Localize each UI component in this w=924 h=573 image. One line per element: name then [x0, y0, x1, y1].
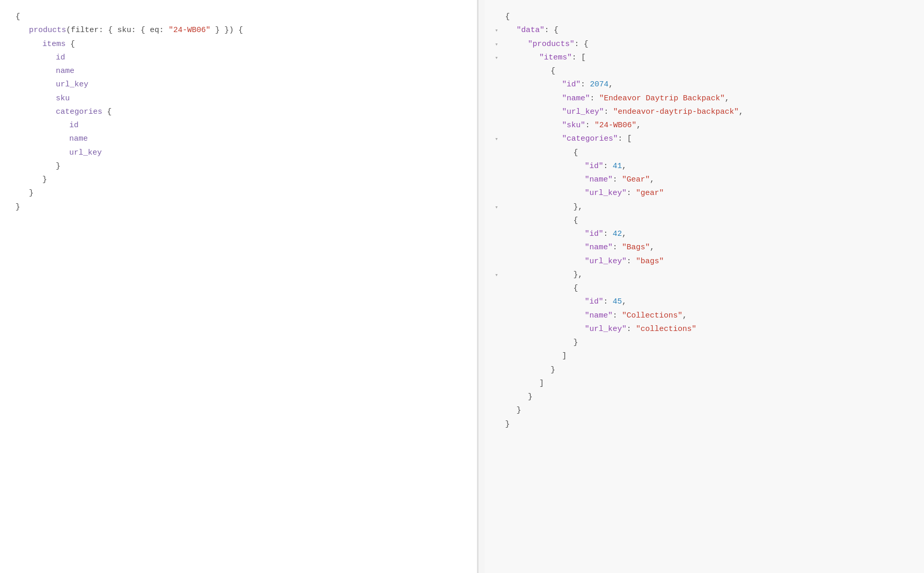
json-token-string: "Gear" [622, 175, 650, 184]
response-line: "name": "Endeavor Daytrip Backpack", [495, 92, 909, 105]
line-content: { [505, 282, 578, 295]
json-token-plain: : { [545, 26, 559, 35]
json-token-bracket: }, [574, 270, 583, 279]
json-token-bracket: ] [562, 352, 567, 360]
code-token-keyword: id [56, 53, 65, 62]
code-token-keyword: sku [56, 94, 70, 103]
line-content: "sku": "24-WB06", [505, 119, 641, 132]
response-line: } [495, 418, 909, 431]
line-content: "id": 2074, [505, 78, 613, 92]
response-line: { [495, 10, 909, 24]
json-token-key: "id" [562, 80, 581, 89]
response-line: ▾"items": [ [495, 51, 909, 65]
json-token-plain: : [604, 230, 613, 238]
json-token-string: "Collections" [622, 311, 683, 320]
query-code: {products(filter: { sku: { eq: "24-WB06"… [16, 10, 461, 214]
response-line: { [495, 214, 909, 228]
collapse-arrow[interactable]: ▾ [495, 270, 505, 280]
json-token-number: 45 [613, 297, 622, 306]
collapse-arrow[interactable]: ▾ [495, 53, 505, 63]
json-token-plain: , [637, 121, 641, 130]
code-token-keyword: items [42, 40, 66, 49]
response-line: ▾"products": { [495, 38, 909, 51]
response-line: "url_key": "collections" [495, 323, 909, 336]
json-token-plain: , [725, 94, 730, 103]
json-token-bracket: } [505, 420, 510, 429]
json-token-plain: : [ [572, 53, 586, 62]
code-token-plain: : { [131, 26, 150, 35]
code-token-keyword: id [69, 121, 79, 130]
response-line: } [495, 336, 909, 350]
json-token-plain: : [613, 311, 622, 320]
json-token-key: "data" [517, 26, 545, 35]
json-token-bracket: } [528, 393, 533, 401]
json-token-plain: , [622, 297, 627, 306]
json-token-plain: : { [575, 40, 589, 49]
line-content: "products": { [505, 38, 589, 51]
line-content: "id": 42, [505, 228, 627, 241]
line-content: "categories": [ [505, 132, 632, 146]
json-token-plain: : [604, 108, 613, 116]
collapse-arrow[interactable]: ▾ [495, 134, 505, 144]
line-content: "data": { [505, 24, 559, 37]
line-content: { [505, 214, 578, 228]
json-token-bracket: } [574, 338, 578, 347]
json-token-key: "categories" [562, 134, 618, 143]
code-token-string: "24-WB06" [168, 26, 210, 35]
code-token-keyword: url_key [69, 148, 102, 157]
response-line: { [495, 282, 909, 295]
query-line: } [16, 173, 461, 187]
code-token-plain: } }) { [210, 26, 243, 35]
json-token-string: "24-WB06" [595, 121, 637, 130]
json-token-key: "id" [585, 162, 604, 171]
collapse-arrow[interactable]: ▾ [495, 40, 505, 50]
json-token-number: 41 [613, 162, 622, 171]
query-line: sku [16, 92, 461, 105]
line-content: "url_key": "gear" [505, 187, 664, 200]
response-line: "id": 42, [495, 228, 909, 241]
code-token-plain: { [102, 108, 112, 116]
json-token-plain: : [604, 297, 613, 306]
response-line: "name": "Gear", [495, 173, 909, 187]
code-token-bracket: { [16, 12, 20, 21]
query-line: name [16, 65, 461, 78]
line-content: }, [505, 201, 583, 214]
query-line: { [16, 10, 461, 24]
line-content: "name": "Endeavor Daytrip Backpack", [505, 92, 730, 105]
collapse-arrow[interactable]: ▾ [495, 26, 505, 36]
collapse-arrows[interactable] [479, 0, 485, 573]
response-line: "url_key": "gear" [495, 187, 909, 200]
json-token-key: "url_key" [562, 108, 604, 116]
query-line: } [16, 160, 461, 173]
json-token-string: "collections" [636, 325, 697, 334]
json-token-key: "products" [528, 40, 575, 49]
json-token-key: "id" [585, 230, 604, 238]
json-token-key: "name" [562, 94, 590, 103]
json-token-plain: , [609, 80, 613, 89]
response-line: } [495, 364, 909, 377]
line-content: }, [505, 268, 583, 282]
code-token-keyword: url_key [56, 80, 88, 89]
json-token-number: 42 [613, 230, 622, 238]
json-token-plain: , [650, 175, 655, 184]
code-token-bracket: } [56, 162, 60, 171]
collapse-arrow[interactable]: ▾ [495, 203, 505, 213]
json-token-plain: , [739, 108, 744, 116]
line-content: } [505, 404, 521, 417]
code-token-bracket: } [16, 203, 20, 212]
response-line: "name": "Bags", [495, 241, 909, 254]
json-token-plain: : [581, 80, 590, 89]
json-token-plain: : [613, 243, 622, 252]
line-content: "url_key": "endeavor-daytrip-backpack", [505, 105, 744, 119]
response-line: } [495, 404, 909, 417]
code-token-plain: eq [150, 26, 159, 35]
left-panel: {products(filter: { sku: { eq: "24-WB06"… [0, 0, 478, 573]
query-line: name [16, 132, 461, 146]
line-content: ] [505, 377, 544, 390]
response-line: "id": 45, [495, 295, 909, 309]
response-line: "url_key": "bags" [495, 255, 909, 268]
json-token-key: "name" [585, 175, 613, 184]
line-content: "items": [ [505, 51, 586, 65]
json-token-key: "name" [585, 311, 613, 320]
response-line: ▾}, [495, 201, 909, 214]
